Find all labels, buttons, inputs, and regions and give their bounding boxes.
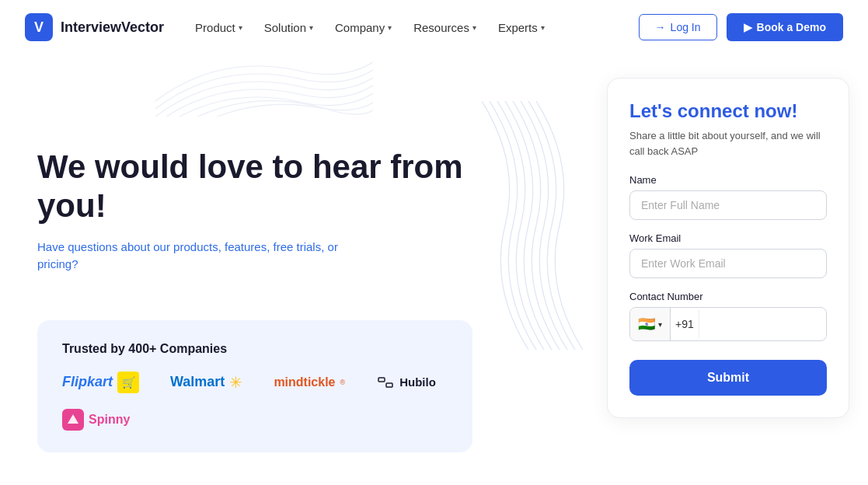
email-input[interactable] bbox=[629, 249, 827, 278]
brand-name: InterviewVector bbox=[61, 19, 164, 36]
flipkart-icon: 🛒 bbox=[117, 372, 139, 393]
logo-flipkart: Flipkart 🛒 bbox=[62, 372, 139, 393]
logo-icon: V bbox=[25, 13, 53, 41]
trusted-card: Trusted by 400+ Companies Flipkart 🛒 Wal… bbox=[37, 320, 472, 452]
hero-title: We would love to hear from you! bbox=[37, 148, 472, 226]
form-title: Let's connect now! bbox=[629, 100, 827, 122]
nav-item-experts[interactable]: Experts ▾ bbox=[498, 21, 545, 34]
trusted-title: Trusted by 400+ Companies bbox=[62, 342, 448, 356]
navbar: V InterviewVector Product ▾ Solution ▾ C… bbox=[0, 0, 868, 54]
chevron-down-icon: ▾ bbox=[309, 23, 313, 32]
logo-hubilo: Hubilo bbox=[376, 373, 436, 392]
nav-item-company[interactable]: Company ▾ bbox=[335, 21, 392, 34]
logo-link[interactable]: V InterviewVector bbox=[25, 13, 164, 41]
phone-wrap: 🇮🇳 ▾ +91 bbox=[629, 307, 827, 341]
hero-subtitle: Have questions about our products, featu… bbox=[37, 239, 364, 274]
india-flag-icon: 🇮🇳 bbox=[638, 316, 655, 333]
main-content: We would love to hear from you! Have que… bbox=[0, 54, 868, 485]
login-icon: → bbox=[655, 21, 666, 33]
name-label: Name bbox=[629, 174, 827, 186]
nav-links: Product ▾ Solution ▾ Company ▾ Resources… bbox=[195, 21, 639, 34]
spinny-icon bbox=[62, 409, 84, 431]
nav-item-solution[interactable]: Solution ▾ bbox=[264, 21, 313, 34]
email-field-group: Work Email bbox=[629, 232, 827, 278]
login-button[interactable]: → Log In bbox=[639, 14, 717, 40]
email-label: Work Email bbox=[629, 232, 827, 244]
logo-walmart: Walmart ✳ bbox=[170, 373, 242, 392]
chevron-down-icon: ▾ bbox=[541, 23, 545, 32]
name-input[interactable] bbox=[629, 190, 827, 220]
chevron-down-icon: ▾ bbox=[658, 320, 662, 329]
left-side: We would love to hear from you! Have que… bbox=[0, 54, 588, 485]
chevron-down-icon: ▾ bbox=[472, 23, 476, 32]
chevron-down-icon: ▾ bbox=[239, 23, 242, 32]
svg-marker-2 bbox=[68, 414, 78, 424]
hubilo-icon bbox=[376, 373, 395, 392]
logo-mindtickle: mindtickle ® bbox=[274, 375, 345, 389]
phone-flag-selector[interactable]: 🇮🇳 ▾ bbox=[630, 308, 671, 340]
name-field-group: Name bbox=[629, 174, 827, 220]
svg-rect-1 bbox=[386, 383, 392, 387]
book-demo-button[interactable]: ▶ Book a Demo bbox=[727, 13, 843, 41]
phone-code: +91 bbox=[671, 310, 699, 338]
phone-field-group: Contact Number 🇮🇳 ▾ +91 bbox=[629, 291, 827, 341]
svg-rect-0 bbox=[378, 378, 385, 382]
chevron-down-icon: ▾ bbox=[388, 23, 392, 32]
contact-form-card: Let's connect now! Share a little bit ab… bbox=[607, 78, 849, 418]
right-side: Let's connect now! Share a little bit ab… bbox=[588, 54, 868, 485]
nav-item-product[interactable]: Product ▾ bbox=[195, 21, 242, 34]
nav-item-resources[interactable]: Resources ▾ bbox=[413, 21, 476, 34]
phone-label: Contact Number bbox=[629, 291, 827, 302]
walmart-star-icon: ✳ bbox=[229, 373, 242, 392]
company-logos: Flipkart 🛒 Walmart ✳ mindtickle ® bbox=[62, 372, 448, 431]
submit-button[interactable]: Submit bbox=[629, 360, 827, 396]
form-subtitle: Share a little bit about yourself, and w… bbox=[629, 128, 827, 159]
play-icon: ▶ bbox=[744, 21, 752, 33]
logo-spinny: Spinny bbox=[62, 409, 130, 431]
nav-actions: → Log In ▶ Book a Demo bbox=[639, 13, 843, 41]
phone-input[interactable] bbox=[699, 310, 827, 338]
